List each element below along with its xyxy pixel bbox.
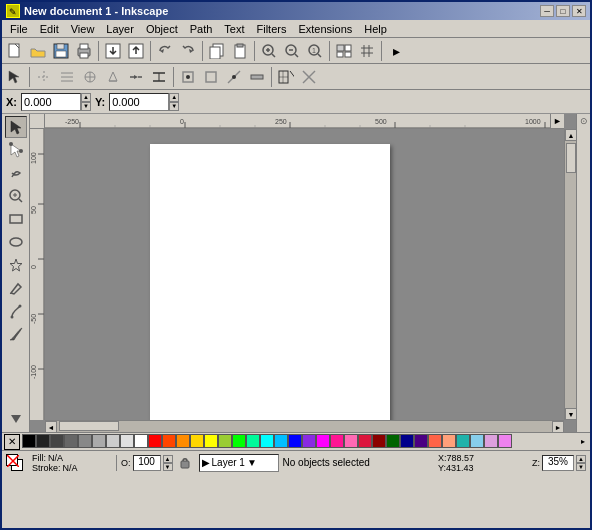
zoom-in-button[interactable] <box>258 40 280 62</box>
no-color-swatch[interactable]: ✕ <box>4 434 20 450</box>
scroll-thumb-h[interactable] <box>59 421 119 431</box>
snap-btn-4[interactable] <box>102 66 124 88</box>
opacity-input[interactable]: 100 <box>133 455 161 471</box>
menu-extensions[interactable]: Extensions <box>292 21 358 37</box>
snap-btn-6[interactable] <box>148 66 170 88</box>
zoom-fit-button[interactable]: 1 <box>304 40 326 62</box>
color-dark3[interactable] <box>64 434 78 448</box>
menu-view[interactable]: View <box>65 21 101 37</box>
menu-help[interactable]: Help <box>358 21 393 37</box>
y-spinner[interactable]: ▲ ▼ <box>169 93 179 111</box>
zoom-out-button[interactable] <box>281 40 303 62</box>
node-tool[interactable] <box>5 139 27 161</box>
minimize-button[interactable]: ─ <box>540 5 554 17</box>
color-gray1[interactable] <box>78 434 92 448</box>
pencil-tool[interactable] <box>5 277 27 299</box>
open-button[interactable] <box>27 40 49 62</box>
color-darkgreen[interactable] <box>386 434 400 448</box>
color-deepskyblue[interactable] <box>274 434 288 448</box>
copy-button[interactable] <box>206 40 228 62</box>
color-darkblue[interactable] <box>400 434 414 448</box>
color-yellowgreen[interactable] <box>218 434 232 448</box>
color-violet[interactable] <box>498 434 512 448</box>
color-darkred[interactable] <box>372 434 386 448</box>
color-plum[interactable] <box>484 434 498 448</box>
bottom-arrow[interactable] <box>5 406 27 428</box>
palette-scroll-right[interactable]: ▸ <box>576 434 590 450</box>
color-indigo[interactable] <box>414 434 428 448</box>
selector-tool[interactable] <box>5 116 27 138</box>
canvas-bg[interactable] <box>45 129 564 420</box>
color-gray3[interactable] <box>106 434 120 448</box>
color-crimson[interactable] <box>358 434 372 448</box>
snap-btn-5[interactable] <box>125 66 147 88</box>
menu-layer[interactable]: Layer <box>100 21 140 37</box>
save-button[interactable] <box>50 40 72 62</box>
snap-grid[interactable] <box>275 66 297 88</box>
y-spin-up[interactable]: ▲ <box>169 93 179 102</box>
x-spinner[interactable]: ▲ ▼ <box>81 93 91 111</box>
color-white[interactable] <box>134 434 148 448</box>
scroll-down-button[interactable]: ▼ <box>565 408 576 420</box>
more-button[interactable] <box>333 40 355 62</box>
ellipse-tool[interactable] <box>5 231 27 253</box>
menu-path[interactable]: Path <box>184 21 219 37</box>
color-blueviolet[interactable] <box>302 434 316 448</box>
rect-tool[interactable] <box>5 208 27 230</box>
export-button[interactable] <box>125 40 147 62</box>
color-lightskyblue[interactable] <box>470 434 484 448</box>
color-red[interactable] <box>148 434 162 448</box>
print-button[interactable] <box>73 40 95 62</box>
color-yellow[interactable] <box>204 434 218 448</box>
redo-button[interactable] <box>177 40 199 62</box>
color-dark2[interactable] <box>50 434 64 448</box>
color-cyan[interactable] <box>260 434 274 448</box>
pointer-tool[interactable] <box>4 66 26 88</box>
window-controls[interactable]: ─ □ ✕ <box>540 5 586 17</box>
scrollbar-horizontal[interactable]: ◄ ► <box>45 420 564 432</box>
snap-icon[interactable]: ⊙ <box>579 116 589 126</box>
maximize-button[interactable]: □ <box>556 5 570 17</box>
star-tool[interactable] <box>5 254 27 276</box>
overflow-button[interactable]: ▸ <box>385 40 407 62</box>
calligraphy-tool[interactable] <box>5 323 27 345</box>
zoom-spin-up[interactable]: ▲ <box>576 455 586 463</box>
color-medspringgreen[interactable] <box>246 434 260 448</box>
scroll-left-button[interactable]: ◄ <box>45 421 57 432</box>
undo-button[interactable] <box>154 40 176 62</box>
color-blue[interactable] <box>288 434 302 448</box>
color-orange[interactable] <box>176 434 190 448</box>
scroll-track-h[interactable] <box>57 421 552 432</box>
menu-edit[interactable]: Edit <box>34 21 65 37</box>
snap-btn-7[interactable] <box>177 66 199 88</box>
paste-button[interactable] <box>229 40 251 62</box>
scroll-track-v[interactable] <box>565 141 576 408</box>
scroll-up-button[interactable]: ▲ <box>565 129 576 141</box>
menu-file[interactable]: File <box>4 21 34 37</box>
scroll-thumb-v[interactable] <box>566 143 576 173</box>
tweak-tool[interactable] <box>5 162 27 184</box>
menu-text[interactable]: Text <box>218 21 250 37</box>
color-black[interactable] <box>22 434 36 448</box>
snap-btn-9[interactable] <box>223 66 245 88</box>
menu-object[interactable]: Object <box>140 21 184 37</box>
color-hotpink[interactable] <box>344 434 358 448</box>
color-tomato[interactable] <box>428 434 442 448</box>
import-button[interactable] <box>102 40 124 62</box>
opacity-spin-down[interactable]: ▼ <box>163 463 173 471</box>
snap-btn-10[interactable] <box>246 66 268 88</box>
snap-btn-1[interactable] <box>33 66 55 88</box>
new-button[interactable] <box>4 40 26 62</box>
zoom-tool[interactable] <box>5 185 27 207</box>
opacity-spin-up[interactable]: ▲ <box>163 455 173 463</box>
grid-button[interactable] <box>356 40 378 62</box>
color-deeppink[interactable] <box>330 434 344 448</box>
color-lightseagreen[interactable] <box>456 434 470 448</box>
close-button[interactable]: ✕ <box>572 5 586 17</box>
document-canvas[interactable] <box>150 144 390 420</box>
x-spin-up[interactable]: ▲ <box>81 93 91 102</box>
color-orangered[interactable] <box>162 434 176 448</box>
scroll-right-button[interactable]: ► <box>552 421 564 432</box>
color-magenta[interactable] <box>316 434 330 448</box>
snap-view[interactable] <box>298 66 320 88</box>
